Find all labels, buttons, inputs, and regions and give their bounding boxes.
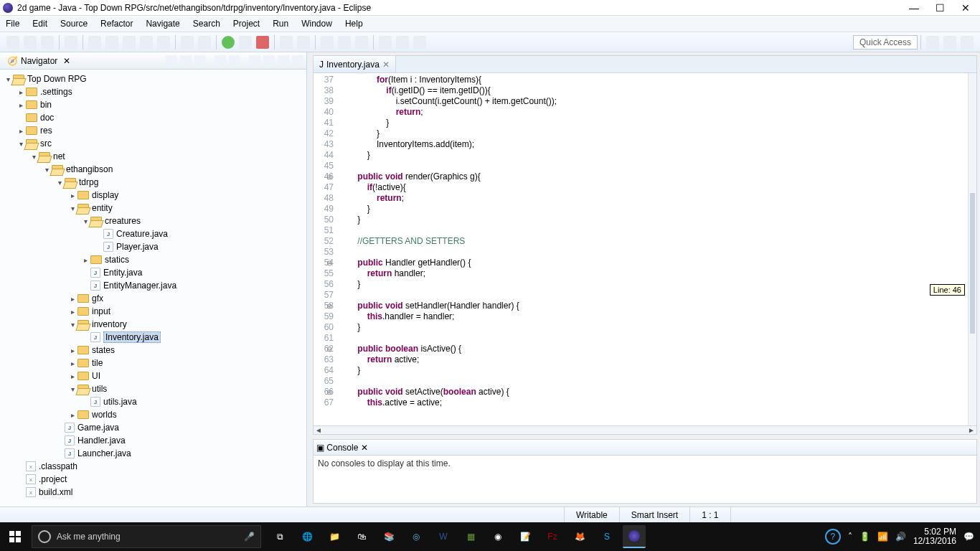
- tree-item[interactable]: xbuild.xml: [0, 486, 306, 499]
- link-editor-icon[interactable]: [229, 55, 240, 67]
- tree-item[interactable]: JEntityManager.java: [0, 279, 306, 292]
- tree-item[interactable]: ▸states: [0, 344, 306, 357]
- menu-edit[interactable]: Edit: [32, 19, 47, 29]
- maximize-button[interactable]: ☐: [934, 2, 946, 14]
- perspective-debug[interactable]: [943, 36, 956, 49]
- tree-item[interactable]: ▸worlds: [0, 408, 306, 421]
- battery-icon[interactable]: 🔋: [859, 532, 870, 542]
- wifi-icon[interactable]: 📶: [877, 532, 888, 542]
- volume-icon[interactable]: 🔊: [895, 532, 906, 542]
- nav-up-icon[interactable]: [194, 55, 206, 67]
- tree-item[interactable]: ▸statics: [0, 253, 306, 266]
- stop-button[interactable]: [256, 36, 269, 49]
- winrar-icon[interactable]: 📚: [377, 525, 400, 548]
- explorer-icon[interactable]: 📁: [323, 525, 346, 548]
- tree-item[interactable]: JEntity.java: [0, 266, 306, 279]
- minecraft-icon[interactable]: ▦: [459, 525, 482, 548]
- perspective-open[interactable]: [961, 36, 974, 49]
- expand-icon[interactable]: ▸: [67, 192, 77, 199]
- nav-fwd-icon[interactable]: [180, 55, 192, 67]
- store-icon[interactable]: 🛍: [350, 525, 373, 548]
- perspective-java[interactable]: [926, 36, 939, 49]
- tree-item[interactable]: Jutils.java: [0, 395, 306, 408]
- annotation-next-button[interactable]: [105, 36, 118, 49]
- chrome-icon[interactable]: ◉: [486, 525, 509, 548]
- mark-occurrences-button[interactable]: [123, 36, 136, 49]
- line-number-gutter[interactable]: 37383940414243444546⊖4748495051525354⊖55…: [314, 73, 348, 425]
- expand-icon[interactable]: ▸: [67, 372, 77, 380]
- tree-item[interactable]: ▾inventory: [0, 318, 306, 331]
- cortana-search[interactable]: Ask me anything 🎤: [32, 525, 261, 548]
- open-folder-button[interactable]: [321, 36, 334, 49]
- task-view-icon[interactable]: ⧉: [268, 525, 291, 548]
- open-project-button[interactable]: [338, 36, 351, 49]
- new-package-button[interactable]: [280, 36, 293, 49]
- tray-expand-icon[interactable]: ˄: [848, 532, 852, 542]
- mic-icon[interactable]: 🎤: [244, 532, 255, 542]
- menu-refactor[interactable]: Refactor: [100, 19, 133, 29]
- save-all-button[interactable]: [41, 36, 54, 49]
- expand-icon[interactable]: ▸: [67, 308, 77, 316]
- expand-icon[interactable]: ▸: [16, 127, 26, 135]
- editor-tab-inventory[interactable]: J Inventory.java ✕: [314, 56, 396, 72]
- taskbar-clock[interactable]: 5:02 PM 12/13/2016: [913, 527, 956, 546]
- annotation-prev-button[interactable]: [88, 36, 101, 49]
- tree-item[interactable]: ▸UI: [0, 369, 306, 382]
- start-button[interactable]: [0, 522, 30, 551]
- scroll-left-icon[interactable]: ◄: [314, 426, 324, 435]
- toggle-breadcrumb-button[interactable]: [65, 36, 77, 49]
- tree-item[interactable]: JCreature.java: [0, 227, 306, 240]
- show-whitespace-button[interactable]: [157, 36, 170, 49]
- open-task-button[interactable]: [198, 36, 211, 49]
- tree-item[interactable]: JPlayer.java: [0, 240, 306, 253]
- code-editor[interactable]: 37383940414243444546⊖4748495051525354⊖55…: [313, 72, 977, 426]
- expand-icon[interactable]: ▸: [16, 88, 26, 96]
- action-center-icon[interactable]: 💬: [963, 532, 974, 542]
- tree-item[interactable]: ▸display: [0, 189, 306, 202]
- minimize-pane-icon[interactable]: [278, 55, 289, 67]
- focus-task-icon[interactable]: [249, 55, 260, 67]
- vertical-scrollbar[interactable]: [968, 73, 976, 425]
- maximize-pane-icon[interactable]: [292, 55, 303, 67]
- help-tray-icon[interactable]: ?: [825, 529, 841, 545]
- tree-item[interactable]: JHandler.java: [0, 434, 306, 447]
- minimize-button[interactable]: —: [908, 2, 920, 14]
- tree-item[interactable]: ▾Top Down RPG: [0, 72, 306, 85]
- skype-icon[interactable]: S: [595, 525, 618, 548]
- tree-item[interactable]: x.project: [0, 473, 306, 486]
- menu-search[interactable]: Search: [193, 19, 220, 29]
- word-icon[interactable]: W: [432, 525, 455, 548]
- menu-window[interactable]: Window: [301, 19, 332, 29]
- navigator-tree[interactable]: ▾Top Down RPG▸.settings▸bindoc▸res▾src▾n…: [0, 70, 306, 507]
- expand-icon[interactable]: ▸: [16, 101, 26, 109]
- tree-item[interactable]: ▾utils: [0, 382, 306, 395]
- menu-project[interactable]: Project: [233, 19, 260, 29]
- tree-item[interactable]: ▸bin: [0, 98, 306, 111]
- close-tab-icon[interactable]: ✕: [382, 60, 390, 70]
- quick-access-field[interactable]: Quick Access: [853, 35, 918, 50]
- tree-item[interactable]: JLauncher.java: [0, 447, 306, 460]
- search-button[interactable]: [355, 36, 368, 49]
- notepadpp-icon[interactable]: 📝: [514, 525, 537, 548]
- run-button[interactable]: [222, 36, 235, 49]
- tree-item[interactable]: ▸input: [0, 305, 306, 318]
- tree-item[interactable]: ▾tdrpg: [0, 176, 306, 189]
- expand-icon[interactable]: ▸: [67, 347, 77, 354]
- nav-back-icon[interactable]: [166, 55, 177, 67]
- obs-icon[interactable]: ◎: [405, 525, 428, 548]
- tree-item[interactable]: ▸gfx: [0, 292, 306, 305]
- tree-item[interactable]: ▾ethangibson: [0, 163, 306, 176]
- tree-item[interactable]: JInventory.java: [0, 331, 306, 344]
- view-menu-icon[interactable]: [263, 55, 275, 67]
- filezilla-icon[interactable]: Fz: [541, 525, 564, 548]
- code-content[interactable]: for(Item i : InventoryItems){ if(i.getID…: [348, 73, 968, 425]
- tree-item[interactable]: ▾entity: [0, 202, 306, 215]
- menu-navigate[interactable]: Navigate: [146, 19, 179, 29]
- close-button[interactable]: ✕: [960, 2, 971, 14]
- menu-help[interactable]: Help: [345, 19, 363, 29]
- horizontal-scrollbar[interactable]: ◄ ►: [313, 426, 977, 435]
- expand-icon[interactable]: ▸: [67, 411, 77, 419]
- expand-icon[interactable]: ▸: [67, 359, 77, 367]
- block-select-button[interactable]: [140, 36, 153, 49]
- tree-item[interactable]: ▸res: [0, 124, 306, 137]
